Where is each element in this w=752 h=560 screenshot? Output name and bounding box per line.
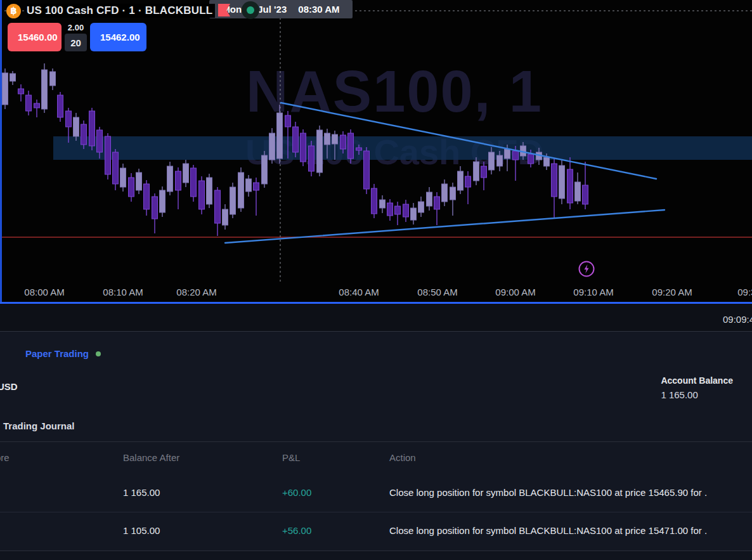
candle-body: [176, 171, 181, 190]
candle-body: [380, 200, 386, 208]
candle-body: [395, 206, 401, 214]
panel-bottom-strip: [0, 551, 752, 560]
chart-left-border: [0, 0, 2, 303]
candle-body: [513, 151, 519, 160]
sell-button[interactable]: 15460.00: [8, 23, 62, 51]
spread-value: 2.00: [68, 23, 84, 34]
time-axis-label: 08:50 AM: [417, 287, 457, 297]
tab-paper-trading[interactable]: Paper Trading: [25, 348, 89, 359]
candle-body: [411, 208, 417, 220]
journal-row: 1 165.00+60.00Close long position for sy…: [0, 487, 752, 502]
trendline[interactable]: [225, 210, 664, 243]
candle-body: [489, 152, 495, 170]
candle-body: [167, 166, 173, 192]
candle-body: [552, 164, 557, 197]
candle-body: [277, 113, 283, 159]
candle-body: [450, 187, 456, 200]
symbol-legend[interactable]: ฿ US 100 Cash CFD · 1 · BLACKBULL: [6, 2, 215, 20]
candle-body: [262, 155, 268, 184]
candle-body: [427, 192, 432, 206]
broker-logo-icon: ฿: [6, 4, 21, 18]
candle-body: [230, 187, 236, 214]
col-header-pnl: P&L: [282, 452, 300, 463]
account-balance-block: Account Balance 1 165.00: [661, 375, 733, 400]
candle-body: [403, 204, 409, 217]
candle-body: [309, 146, 314, 171]
candle-body: [34, 103, 40, 108]
candle-body: [97, 130, 103, 152]
chart-pane[interactable]: NAS100, 1 US 100 Cash CFD ฿ US 100 Cash …: [0, 0, 752, 304]
account-balance-label: Account Balance: [661, 375, 733, 386]
candle-body: [364, 151, 370, 189]
candle-body: [559, 166, 565, 199]
candle-body: [183, 164, 189, 183]
time-axis-label: 09:10 AM: [573, 287, 613, 297]
time-axis-label: 09:30: [737, 287, 752, 297]
symbol-title[interactable]: US 100 Cash CFD · 1 · BLACKBULL: [27, 4, 215, 18]
candle-body: [575, 182, 581, 201]
candle-body: [199, 181, 205, 209]
candle-body: [285, 115, 291, 127]
cell-balance-after: 1 165.00: [123, 487, 160, 498]
col-header-balance-after: Balance After: [123, 452, 179, 463]
candle-body: [567, 169, 573, 203]
connection-status-icon[interactable]: [242, 1, 259, 19]
candle-body: [129, 178, 134, 197]
col-header-balance-before: Balance Before: [0, 452, 10, 463]
candle-body: [356, 148, 362, 150]
candle-body: [18, 89, 24, 94]
time-axis-label: 08:40 AM: [339, 287, 379, 297]
col-header-action: Action: [389, 452, 416, 463]
candle-body: [89, 111, 95, 146]
supply-zone[interactable]: [53, 136, 752, 160]
tooltip-time: 08:30 AM: [298, 4, 339, 15]
paper-trading-status-dot: [96, 351, 101, 356]
candle-body: [340, 135, 346, 149]
cell-balance-after: 1 105.00: [123, 525, 160, 536]
candle-body: [74, 117, 79, 136]
time-axis-label: 09:00 AM: [495, 287, 535, 297]
time-axis-label: 09:20 AM: [652, 287, 692, 297]
candle-body: [317, 130, 323, 173]
divider: [0, 441, 752, 442]
candle-body: [246, 179, 252, 192]
time-axis[interactable]: 08:00 AM08:10 AM08:20 AM08:40 AM08:50 AM…: [0, 283, 752, 302]
lightning-marker-icon[interactable]: [578, 260, 595, 278]
trading-panel: Paper Trading USD Account Balance 1 165.…: [0, 331, 752, 560]
candle-body: [50, 72, 56, 86]
candle-body: [120, 168, 126, 187]
chart-bottom-border: [0, 302, 752, 304]
candle-body: [372, 188, 377, 214]
candle-body: [325, 133, 330, 145]
candle-body: [238, 173, 244, 208]
buy-button[interactable]: 15462.00: [90, 23, 146, 51]
time-axis-label: 08:20 AM: [176, 287, 216, 297]
time-axis-label: 08:10 AM: [103, 287, 143, 297]
candle-body: [528, 154, 534, 164]
crosshair-date-tooltip: Mon 24 Jul '23 08:30 AM: [209, 0, 353, 18]
candle-body: [81, 124, 87, 145]
chart-footer-strip: 09:09:4: [0, 304, 752, 331]
candle-body: [481, 166, 487, 178]
candle-body: [269, 133, 275, 160]
candle-body: [152, 197, 158, 219]
candle-body: [544, 157, 550, 166]
candle-body: [160, 190, 165, 212]
journal-table-header: Balance Before Balance After P&L Action: [0, 452, 752, 467]
quantity-stepper[interactable]: 20: [65, 34, 87, 51]
journal-row: 1 105.00+56.00Close long position for sy…: [0, 525, 752, 540]
bar-countdown-clock: 09:09:4: [723, 314, 752, 325]
account-balance-value: 1 165.00: [661, 389, 733, 400]
candle-body: [583, 185, 588, 204]
connection-dot: [247, 6, 254, 14]
cell-pnl: +60.00: [282, 487, 311, 498]
candle-body: [293, 127, 299, 152]
candle-body: [223, 209, 228, 225]
candle-body: [434, 197, 440, 209]
candle-body: [301, 133, 306, 162]
cell-action: Close long position for symbol BLACKBULL…: [389, 487, 707, 498]
candle-body: [58, 95, 63, 117]
time-axis-label: 08:00 AM: [24, 287, 64, 297]
candle-body: [105, 136, 111, 174]
candle-body: [136, 173, 142, 190]
